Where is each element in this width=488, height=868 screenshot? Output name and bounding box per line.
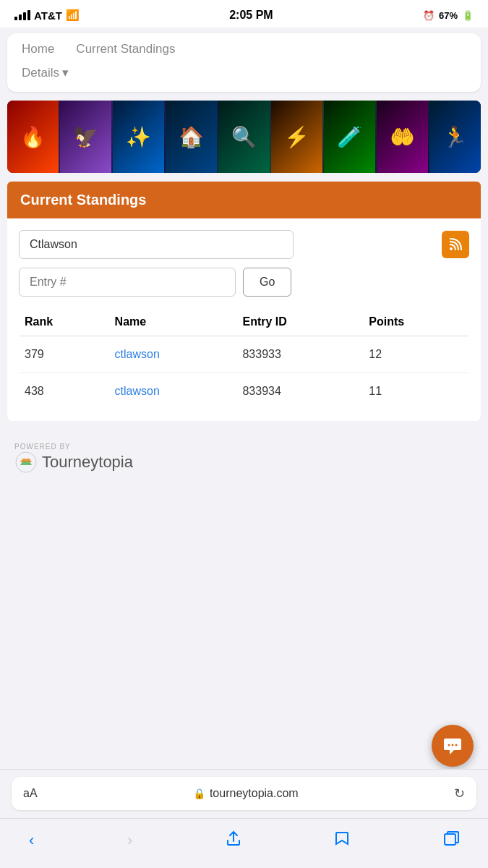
bookmarks-button[interactable] — [327, 827, 357, 854]
search-row — [19, 230, 469, 259]
tourneytopia-logo: Tourneytopia — [14, 451, 133, 474]
banner-seg-6: ⚡ — [271, 101, 322, 173]
browser-bar: aA 🔒 tourneytopia.com ↻ — [0, 769, 488, 817]
cell-rank-1: 438 — [19, 373, 109, 410]
wifi-icon: 📶 — [66, 9, 80, 22]
table-row: 438 ctlawson 833934 11 — [19, 373, 469, 410]
signal-icon — [14, 10, 30, 20]
svg-rect-5 — [445, 834, 455, 845]
banner-seg-4: 🏠 — [166, 101, 217, 173]
nav-bar: Home Current Standings Details ▾ — [7, 33, 481, 92]
col-name: Name — [109, 308, 237, 336]
col-rank: Rank — [19, 308, 109, 336]
cell-entry-id-1: 833934 — [236, 373, 363, 410]
carrier-label: AT&T — [34, 9, 62, 22]
cell-entry-id-0: 833933 — [236, 336, 363, 373]
banner-seg-1: 🔥 — [7, 101, 59, 173]
share-button[interactable] — [218, 827, 249, 854]
banner-seg-3: ✨ — [113, 101, 164, 173]
text-size-button[interactable]: aA — [23, 787, 38, 800]
powered-by-text: POWERED BY — [14, 443, 133, 451]
tourneytopia-icon — [14, 451, 38, 474]
tabs-button[interactable] — [436, 827, 466, 854]
svg-point-2 — [448, 744, 450, 746]
rss-button[interactable] — [442, 231, 469, 258]
table-header-row: Rank Name Entry ID Points — [19, 308, 469, 336]
banner-inner: 🔥 🦅 ✨ 🏠 🔍 ⚡ 🧪 🤲 🏃 — [7, 101, 481, 173]
search-input[interactable] — [19, 230, 294, 259]
alarm-icon: ⏰ — [423, 10, 435, 21]
rss-icon — [448, 237, 463, 252]
back-button[interactable]: ‹ — [22, 828, 41, 853]
main-content: Current Standings Go Rank — [7, 182, 481, 474]
svg-point-0 — [450, 247, 453, 250]
banner-seg-9: 🏃 — [429, 101, 481, 173]
col-points: Points — [363, 308, 469, 336]
cell-points-1: 11 — [363, 373, 469, 410]
nav-row2: Details ▾ — [22, 65, 466, 80]
cell-name-0[interactable]: ctlawson — [109, 336, 237, 373]
share-icon — [226, 830, 241, 846]
nav-details-dropdown[interactable]: Details ▾ — [22, 65, 69, 80]
bookmarks-icon — [334, 830, 350, 846]
col-entry-id: Entry ID — [236, 308, 363, 336]
table-row: 379 ctlawson 833933 12 — [19, 336, 469, 373]
banner-seg-5: 🔍 — [218, 101, 270, 173]
cell-name-1[interactable]: ctlawson — [109, 373, 237, 410]
nav-standings[interactable]: Current Standings — [76, 42, 175, 56]
status-bar: AT&T 📶 2:05 PM ⏰ 67% 🔋 — [0, 0, 488, 27]
chat-button[interactable] — [432, 725, 474, 767]
reload-button[interactable]: ↻ — [454, 786, 465, 801]
bottom-nav: ‹ › — [0, 818, 488, 868]
battery-icon: 🔋 — [462, 10, 474, 21]
status-left: AT&T 📶 — [14, 9, 80, 22]
svg-point-4 — [455, 744, 458, 746]
nav-row1: Home Current Standings — [22, 42, 466, 56]
tourneytopia-text: Tourneytopia — [42, 453, 133, 472]
cell-rank-0: 379 — [19, 336, 109, 373]
url-bar: aA 🔒 tourneytopia.com ↻ — [12, 777, 476, 810]
footer-inner: POWERED BY Tourneytopia — [14, 443, 133, 474]
standings-title: Current Standings — [20, 192, 146, 208]
time-label: 2:05 PM — [229, 9, 273, 22]
chevron-down-icon: ▾ — [62, 65, 69, 80]
forward-button[interactable]: › — [120, 828, 140, 853]
status-right: ⏰ 67% 🔋 — [423, 10, 474, 21]
cell-points-0: 12 — [363, 336, 469, 373]
svg-point-3 — [452, 744, 454, 746]
standings-header: Current Standings — [7, 182, 481, 218]
lock-icon: 🔒 — [193, 788, 205, 799]
banner-seg-8: 🤲 — [377, 101, 428, 173]
entry-row: Go — [19, 268, 469, 297]
nav-details-label: Details — [22, 66, 59, 80]
tabs-icon — [443, 830, 459, 846]
nav-home[interactable]: Home — [22, 42, 54, 56]
entry-input[interactable] — [19, 268, 236, 297]
standings-body: Go Rank Name Entry ID Points 379 ctlawso… — [7, 218, 481, 421]
banner-seg-2: 🦅 — [60, 101, 111, 173]
go-button[interactable]: Go — [243, 268, 291, 297]
url-center: 🔒 tourneytopia.com — [193, 787, 299, 800]
url-text[interactable]: tourneytopia.com — [210, 787, 299, 800]
battery-label: 67% — [439, 10, 458, 21]
standings-table: Rank Name Entry ID Points 379 ctlawson 8… — [19, 308, 469, 409]
footer: POWERED BY Tourneytopia — [14, 443, 474, 474]
chat-icon — [442, 736, 463, 756]
url-left: aA — [23, 787, 38, 800]
banner: 🔥 🦅 ✨ 🏠 🔍 ⚡ 🧪 🤲 🏃 — [7, 101, 481, 173]
banner-seg-7: 🧪 — [324, 101, 375, 173]
